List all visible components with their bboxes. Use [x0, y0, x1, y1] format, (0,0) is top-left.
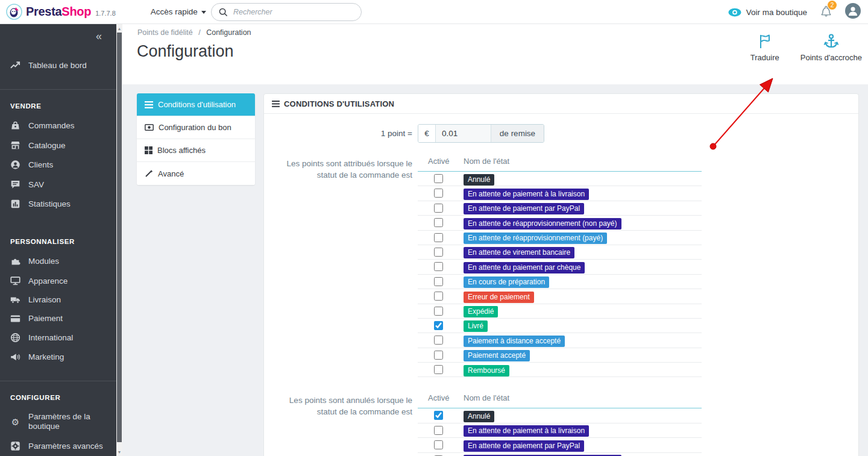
sidebar-item-modules[interactable]: Modules	[0, 251, 116, 271]
globe-icon	[10, 333, 20, 343]
status-row: En attente de réapprovisionnement (non p…	[418, 453, 702, 456]
tab-blocs-affiches[interactable]: Blocs affichés	[137, 139, 255, 162]
prestashop-mascot-icon	[6, 4, 22, 20]
sidebar-collapse-button[interactable]: «	[0, 24, 116, 43]
tab-conditions-utilisation[interactable]: Conditions d'utilisation	[137, 93, 255, 116]
sidebar-item-tableau-de-bord[interactable]: Tableau de bord	[0, 56, 116, 75]
breadcrumb-parent[interactable]: Points de fidélité	[137, 28, 193, 37]
status-active-checkbox[interactable]	[434, 351, 443, 360]
sidebar-item-label: International	[28, 333, 73, 342]
column-header-active: Activé	[428, 393, 449, 402]
sidebar-item-apparence[interactable]: Apparence	[0, 271, 116, 290]
avatar	[845, 3, 861, 19]
scrollbar-thumb[interactable]	[117, 33, 122, 442]
settings-tabs: Conditions d'utilisation Configuration d…	[137, 93, 255, 185]
scroll-down-arrow[interactable]: ▼	[117, 448, 122, 456]
search-bar[interactable]	[211, 3, 362, 21]
point-value-label: 1 point =	[264, 129, 412, 138]
status-table-awarded: Activé Nom de l'état Annulé En attente d…	[418, 155, 702, 377]
page-header: Points de fidélité / Configuration Confi…	[122, 24, 868, 84]
sidebar-item-commandes[interactable]: Commandes	[0, 116, 116, 136]
status-active-checkbox[interactable]	[434, 174, 443, 183]
sidebar-item-marketing[interactable]: Marketing	[0, 348, 116, 366]
sidebar-item-label: Statistiques	[28, 199, 71, 208]
sidebar-section-personnaliser: PERSONNALISER	[0, 214, 116, 251]
translate-button[interactable]: Traduire	[744, 33, 786, 62]
customer-icon	[10, 160, 20, 170]
status-active-checkbox[interactable]	[434, 262, 443, 271]
status-badge: Livré	[464, 320, 488, 332]
puzzle-icon	[10, 256, 20, 266]
status-active-checkbox[interactable]	[434, 440, 443, 449]
status-active-checkbox[interactable]	[434, 307, 443, 316]
search-input[interactable]	[233, 8, 342, 16]
wand-icon	[145, 169, 153, 178]
points-cancelled-section: Les points sont annulés lorsque le statu…	[264, 392, 858, 456]
status-active-checkbox[interactable]	[434, 336, 443, 345]
gear-icon: ⚙	[10, 417, 20, 426]
column-header-active: Activé	[428, 157, 449, 166]
status-badge: Paiement accepté	[464, 350, 530, 361]
hooks-button[interactable]: Points d'accroche	[800, 33, 862, 62]
sidebar-item-label: Apparence	[28, 276, 68, 286]
hooks-label: Points d'accroche	[800, 53, 862, 62]
status-active-checkbox[interactable]	[434, 365, 443, 374]
status-row: En attente de paiement à la livraison	[418, 423, 702, 438]
points-awarded-section: Les points sont attribués lorsque le sta…	[264, 155, 858, 377]
notifications-button[interactable]: 2	[820, 5, 832, 19]
panel-header: CONDITIONS D'UTILISATION	[264, 94, 858, 114]
sidebar-item-clients[interactable]: Clients	[0, 155, 116, 175]
sidebar-item-statistiques[interactable]: Statistiques	[0, 194, 116, 214]
anchor-icon	[823, 33, 840, 50]
status-row: Paiement à distance accepté	[418, 333, 702, 348]
orders-bag-icon	[10, 120, 20, 131]
sidebar-item-international[interactable]: International	[0, 328, 116, 348]
status-active-checkbox[interactable]	[434, 233, 443, 242]
sidebar-item-livraison[interactable]: Livraison	[0, 290, 116, 309]
status-row: En attente de réapprovisionnement (non p…	[418, 216, 702, 230]
sidebar-item-label: Paramètres avancés	[28, 442, 103, 451]
status-row: En attente du paiement par chèque	[418, 260, 702, 274]
user-menu-button[interactable]	[845, 3, 861, 21]
list-icon	[145, 101, 153, 108]
status-badge: En attente de paiement à la livraison	[464, 189, 589, 200]
sidebar-item-paiement[interactable]: Paiement	[0, 309, 116, 328]
page-title: Configuration	[137, 42, 234, 61]
sidebar-item-label: Tableau de bord	[28, 61, 87, 70]
sidebar-item-catalogue[interactable]: Catalogue	[0, 136, 116, 155]
tab-configuration-du-bon[interactable]: Configuration du bon	[137, 116, 255, 139]
status-active-checkbox[interactable]	[434, 218, 443, 227]
quick-access-dropdown[interactable]: Accès rapide	[151, 7, 206, 16]
scroll-up-arrow[interactable]: ▲	[117, 24, 122, 33]
status-active-checkbox[interactable]	[434, 277, 443, 286]
prestashop-logo[interactable]: PrestaShop 1.7.7.8	[6, 4, 116, 20]
status-active-checkbox[interactable]	[434, 189, 443, 198]
sidebar-scrollbar[interactable]: ▲ ▼	[116, 24, 122, 456]
sidebar-item-sav[interactable]: SAV	[0, 175, 116, 194]
version-label: 1.7.7.8	[95, 10, 116, 17]
status-badge: Erreur de paiement	[464, 292, 534, 303]
sidebar-item-parametres-boutique[interactable]: ⚙ Paramètres de la boutique	[0, 407, 112, 436]
discount-suffix-addon: de remise	[491, 125, 544, 142]
sidebar-item-label: Catalogue	[28, 141, 66, 150]
tab-avance[interactable]: Avancé	[137, 162, 255, 185]
breadcrumb-separator: /	[198, 28, 200, 37]
monitor-icon	[10, 276, 20, 286]
status-badge: En attente de réapprovisionnement (non p…	[464, 218, 621, 230]
view-shop-link[interactable]: Voir ma boutique	[728, 8, 807, 17]
tab-label: Conditions d'utilisation	[158, 100, 236, 109]
status-row: En cours de préparation	[418, 275, 702, 289]
status-active-checkbox[interactable]	[434, 426, 443, 435]
column-header-state: Nom de l'état	[464, 157, 509, 166]
sidebar-item-parametres-avances[interactable]: Paramètres avancés	[0, 436, 116, 456]
megaphone-icon	[10, 352, 20, 361]
status-active-checkbox[interactable]	[434, 248, 443, 257]
status-active-checkbox[interactable]	[434, 321, 443, 330]
status-active-checkbox[interactable]	[434, 411, 443, 420]
status-active-checkbox[interactable]	[434, 292, 443, 301]
status-badge: Annulé	[464, 411, 494, 422]
point-value-input[interactable]	[436, 125, 491, 142]
status-row: En attente de réapprovisionnement (payé)	[418, 231, 702, 245]
status-active-checkbox[interactable]	[434, 204, 443, 213]
breadcrumb: Points de fidélité / Configuration	[137, 28, 251, 37]
